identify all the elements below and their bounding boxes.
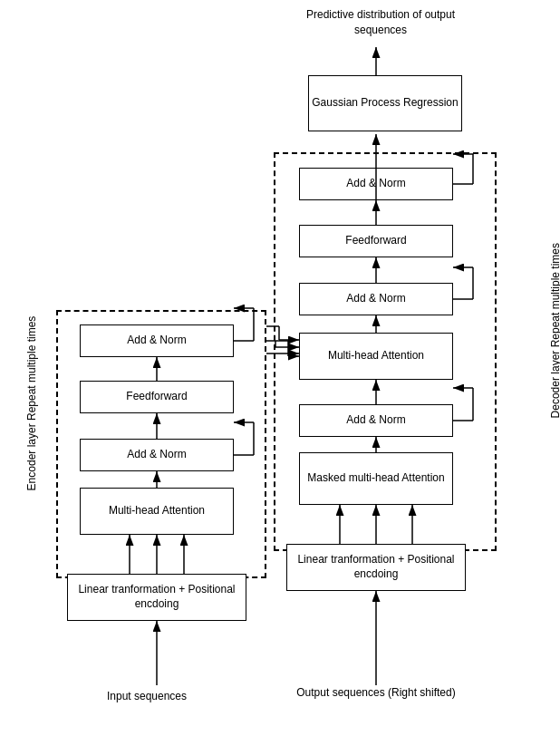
output-label: Output sequences (Right shifted) <box>286 685 466 701</box>
enc-add-norm-bot-box: Add & Norm <box>80 439 234 471</box>
enc-feedforward-box: Feedforward <box>80 381 234 413</box>
dec-multihead-box: Multi-head Attention <box>299 333 453 380</box>
diagram: Predictive distribution of output sequen… <box>0 0 560 736</box>
dec-add-norm-top-box: Add & Norm <box>299 168 453 200</box>
input-label: Input sequences <box>56 689 237 704</box>
title-label: Predictive distribution of output sequen… <box>290 7 471 38</box>
enc-add-norm-top-box: Add & Norm <box>80 324 234 357</box>
enc-multihead-box: Multi-head Attention <box>80 488 234 535</box>
dec-feedforward-box: Feedforward <box>299 225 453 257</box>
dec-add-norm-bot-box: Add & Norm <box>299 404 453 437</box>
dec-linear-box: Linear tranformation + Positional encdoi… <box>286 544 466 591</box>
dec-add-norm-mid-box: Add & Norm <box>299 283 453 315</box>
gpr-box: Gaussian Process Regression <box>308 75 462 131</box>
dec-masked-box: Masked multi-head Attention <box>299 452 453 505</box>
encoder-label: Encoder layer Repeat multiple times <box>24 373 40 490</box>
decoder-label: Decoder layer Repeat multiple times <box>548 300 560 418</box>
enc-linear-box: Linear tranformation + Positional encdoi… <box>67 574 246 621</box>
